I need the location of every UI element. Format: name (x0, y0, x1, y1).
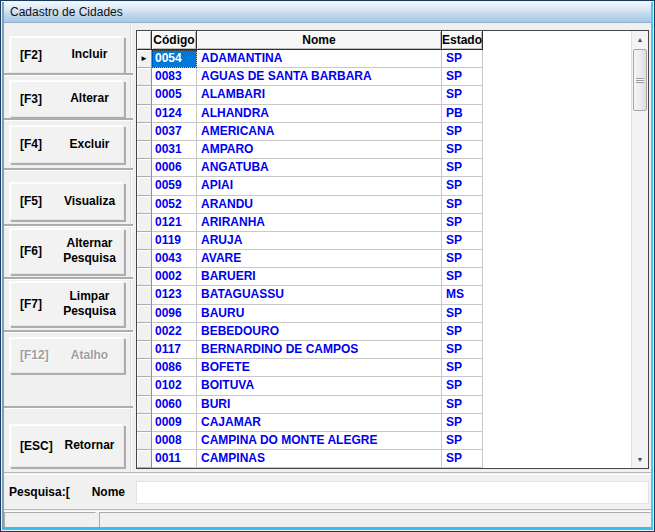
cell-nome[interactable]: ADAMANTINA (197, 50, 442, 68)
cell-codigo[interactable]: 0083 (152, 68, 197, 86)
cell-codigo[interactable]: 0011 (152, 450, 197, 468)
cell-nome[interactable]: AVARE (197, 250, 442, 268)
cell-nome[interactable]: CAJAMAR (197, 414, 442, 432)
table-row[interactable]: 0022BEBEDOUROSP (137, 323, 631, 341)
cell-nome[interactable]: BAURU (197, 305, 442, 323)
cell-nome[interactable]: ARIRANHA (197, 214, 442, 232)
table-row[interactable]: 0059APIAISP (137, 177, 631, 195)
table-row[interactable]: 0102BOITUVASP (137, 377, 631, 395)
scrollbar-thumb[interactable] (633, 49, 647, 111)
excluir-button[interactable]: [F4] Excluir (9, 125, 124, 163)
cell-nome[interactable]: BOFETE (197, 359, 442, 377)
cell-codigo[interactable]: 0052 (152, 196, 197, 214)
cell-nome[interactable]: AMERICANA (197, 123, 442, 141)
cell-nome[interactable]: BATAGUASSU (197, 286, 442, 304)
cell-estado[interactable]: SP (442, 86, 483, 104)
column-header-estado[interactable]: Estado (442, 31, 483, 50)
cell-estado[interactable]: SP (442, 323, 483, 341)
cell-nome[interactable]: BEBEDOURO (197, 323, 442, 341)
cell-estado[interactable]: SP (442, 250, 483, 268)
cell-nome[interactable]: ARANDU (197, 196, 442, 214)
title-bar[interactable]: Cadastro de Cidades (2, 2, 653, 23)
table-row[interactable]: 0011CAMPINASSP (137, 450, 631, 468)
cell-estado[interactable]: SP (442, 341, 483, 359)
cell-codigo[interactable]: 0117 (152, 341, 197, 359)
cell-estado[interactable]: SP (442, 377, 483, 395)
cell-estado[interactable]: SP (442, 177, 483, 195)
cell-codigo[interactable]: 0043 (152, 250, 197, 268)
table-row[interactable]: 0096BAURUSP (137, 305, 631, 323)
table-row[interactable]: 0043AVARESP (137, 250, 631, 268)
cell-estado[interactable]: SP (442, 196, 483, 214)
cell-estado[interactable]: SP (442, 232, 483, 250)
cell-codigo[interactable]: 0037 (152, 123, 197, 141)
grid-vertical-scrollbar[interactable]: ▲ ▼ (631, 31, 648, 468)
cell-estado[interactable]: SP (442, 268, 483, 286)
cell-codigo[interactable]: 0009 (152, 414, 197, 432)
cell-estado[interactable]: SP (442, 214, 483, 232)
cell-codigo[interactable]: 0124 (152, 105, 197, 123)
cell-estado[interactable]: SP (442, 50, 483, 68)
cell-codigo[interactable]: 0086 (152, 359, 197, 377)
limpar-pesquisa-button[interactable]: [F7] LimparPesquisa (9, 281, 124, 326)
cell-estado[interactable]: SP (442, 159, 483, 177)
incluir-button[interactable]: [F2] Incluir (9, 36, 124, 73)
cell-codigo[interactable]: 0060 (152, 396, 197, 414)
column-header-nome[interactable]: Nome (197, 31, 442, 50)
cell-nome[interactable]: ARUJA (197, 232, 442, 250)
cell-estado[interactable]: SP (442, 432, 483, 450)
cell-estado[interactable]: MS (442, 286, 483, 304)
column-header-codigo[interactable]: Código (152, 31, 197, 50)
cell-estado[interactable]: PB (442, 105, 483, 123)
table-row[interactable]: 0117BERNARDINO DE CAMPOSSP (137, 341, 631, 359)
cell-estado[interactable]: SP (442, 414, 483, 432)
retornar-button[interactable]: [ESC] Retornar (9, 424, 124, 467)
table-row[interactable]: 0083AGUAS DE SANTA BARBARASP (137, 68, 631, 86)
cell-nome[interactable]: ANGATUBA (197, 159, 442, 177)
table-row[interactable]: 0124ALHANDRAPB (137, 105, 631, 123)
table-row[interactable]: 0086BOFETESP (137, 359, 631, 377)
table-row[interactable]: 0060BURISP (137, 396, 631, 414)
cell-codigo[interactable]: 0096 (152, 305, 197, 323)
cell-codigo[interactable]: 0054 (152, 50, 197, 68)
table-row[interactable]: 0002BARUERISP (137, 268, 631, 286)
cell-nome[interactable]: BOITUVA (197, 377, 442, 395)
cell-codigo[interactable]: 0002 (152, 268, 197, 286)
cell-nome[interactable]: BURI (197, 396, 442, 414)
cell-codigo[interactable]: 0123 (152, 286, 197, 304)
table-row[interactable]: 0037AMERICANASP (137, 123, 631, 141)
table-row[interactable]: 0123BATAGUASSUMS (137, 286, 631, 304)
cell-nome[interactable]: ALAMBARI (197, 86, 442, 104)
cell-nome[interactable]: APIAI (197, 177, 442, 195)
table-row[interactable]: ►0054ADAMANTINASP (137, 50, 631, 68)
table-row[interactable]: 0031AMPAROSP (137, 141, 631, 159)
table-row[interactable]: 0005ALAMBARISP (137, 86, 631, 104)
visualiza-button[interactable]: [F5] Visualiza (9, 182, 124, 220)
cell-codigo[interactable]: 0102 (152, 377, 197, 395)
cell-nome[interactable]: ALHANDRA (197, 105, 442, 123)
cell-codigo[interactable]: 0059 (152, 177, 197, 195)
cell-codigo[interactable]: 0008 (152, 432, 197, 450)
table-row[interactable]: 0119ARUJASP (137, 232, 631, 250)
cell-estado[interactable]: SP (442, 396, 483, 414)
cell-codigo[interactable]: 0005 (152, 86, 197, 104)
cell-estado[interactable]: SP (442, 141, 483, 159)
cell-estado[interactable]: SP (442, 450, 483, 468)
table-row[interactable]: 0121ARIRANHASP (137, 214, 631, 232)
table-row[interactable]: 0006ANGATUBASP (137, 159, 631, 177)
table-row[interactable]: 0008CAMPINA DO MONTE ALEGRESP (137, 432, 631, 450)
cell-estado[interactable]: SP (442, 359, 483, 377)
alternar-pesquisa-button[interactable]: [F6] AlternarPesquisa (9, 228, 124, 274)
cell-nome[interactable]: BERNARDINO DE CAMPOS (197, 341, 442, 359)
search-input[interactable] (136, 481, 649, 504)
cell-nome[interactable]: CAMPINA DO MONTE ALEGRE (197, 432, 442, 450)
cell-codigo[interactable]: 0022 (152, 323, 197, 341)
cell-codigo[interactable]: 0119 (152, 232, 197, 250)
cell-codigo[interactable]: 0031 (152, 141, 197, 159)
scrollbar-track[interactable] (632, 48, 648, 451)
cell-estado[interactable]: SP (442, 123, 483, 141)
cell-nome[interactable]: BARUERI (197, 268, 442, 286)
scroll-up-icon[interactable]: ▲ (632, 31, 648, 48)
cell-nome[interactable]: CAMPINAS (197, 450, 442, 468)
table-row[interactable]: 0009CAJAMARSP (137, 414, 631, 432)
